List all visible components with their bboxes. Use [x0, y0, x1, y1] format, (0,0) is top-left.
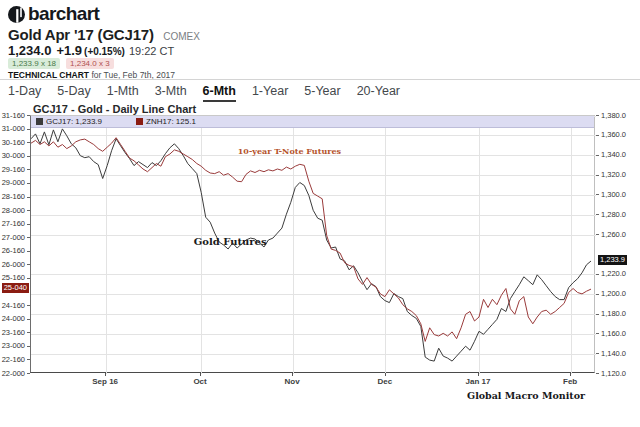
axis-tick	[596, 175, 599, 176]
date-axis-tick	[292, 373, 293, 376]
quote-time: 19:22 CT	[129, 45, 174, 57]
barchart-logo-text: barchart	[28, 3, 99, 25]
date-axis-tick	[478, 373, 479, 376]
axis-tick-label: 1,280.0	[601, 210, 626, 219]
axis-tick	[27, 251, 30, 252]
axis-tick-label: 1,220.0	[601, 269, 626, 278]
axis-tick-label: 28-000	[2, 206, 25, 215]
axis-tick-label: 24-000	[2, 314, 25, 323]
barchart-technical-chart-page: barchart Gold Apr '17 (GCJ17) COMEX 1,23…	[0, 0, 640, 427]
axis-tick-label: 1,360.0	[601, 130, 626, 139]
tab-20-year[interactable]: 20-Year	[357, 84, 400, 102]
axis-tick-label: 1,200.0	[601, 289, 626, 298]
axis-tick	[27, 359, 30, 360]
gold-annotation: Gold Futures	[194, 236, 267, 247]
axis-tick	[596, 214, 599, 215]
ask-badge: 1,234.0 x 3	[66, 58, 114, 69]
axis-tick-label: 25-160	[2, 273, 25, 282]
tab-1-mth[interactable]: 1-Mth	[107, 84, 139, 102]
axis-tick-label: 31-160	[2, 111, 25, 120]
date-axis-label: Oct	[165, 377, 235, 386]
axis-tick	[27, 346, 30, 347]
axis-tick-label: 1,260.0	[601, 230, 626, 239]
axis-tick	[596, 333, 599, 334]
date-axis-tick	[105, 373, 106, 376]
last-price: 1,234.0	[8, 43, 51, 58]
axis-tick-label: 1,160.0	[601, 329, 626, 338]
axis-tick	[596, 155, 599, 156]
axis-tick-label: 1,140.0	[601, 349, 626, 358]
axis-tick	[27, 169, 30, 170]
axis-tick	[596, 353, 599, 354]
axis-tick-label: 30-000	[2, 151, 25, 160]
tab-6-mth[interactable]: 6-Mth	[203, 84, 236, 102]
axis-tick-label: 27-160	[2, 219, 25, 228]
axis-tick-label: 30-160	[2, 138, 25, 147]
axis-tick-label: 1,180.0	[601, 309, 626, 318]
axis-tick-label: 27-000	[2, 233, 25, 242]
axis-tick	[27, 156, 30, 157]
tab-1-day[interactable]: 1-Day	[8, 84, 41, 102]
legend-item-gcj17: GCJ17: 1,233.9	[36, 117, 102, 126]
axis-tick	[596, 115, 599, 116]
axis-tick-label: 28-160	[2, 192, 25, 201]
axis-tick	[27, 319, 30, 320]
date-axis-label: Dec	[350, 377, 420, 386]
chart-legend: GCJ17: 1,233.9 ZNH17: 125.1	[31, 116, 594, 128]
axis-tick-label: 26-160	[2, 246, 25, 255]
axis-tick-label: 22-000	[2, 369, 25, 378]
axis-tick	[596, 135, 599, 136]
tab-5-year[interactable]: 5-Year	[304, 84, 340, 102]
axis-tick-label: 23-160	[2, 328, 25, 337]
tab-5-day[interactable]: 5-Day	[57, 84, 90, 102]
axis-tick	[27, 237, 30, 238]
chart-credit: Global Macro Monitor	[467, 390, 585, 401]
gcj17-swatch-icon	[36, 118, 43, 125]
axis-tick-label: 1,380.0	[601, 111, 626, 120]
tab-3-mth[interactable]: 3-Mth	[155, 84, 187, 102]
tab-1-year[interactable]: 1-Year	[252, 84, 288, 102]
date-axis-label: Feb	[535, 377, 605, 386]
axis-tick	[27, 224, 30, 225]
axis-tick	[27, 210, 30, 211]
right-price-axis: 1,380.01,360.01,340.01,320.01,300.01,280…	[596, 115, 640, 373]
axis-tick-label: 23-000	[2, 341, 25, 350]
axis-tick	[596, 294, 599, 295]
legend-label-gcj17: GCJ17: 1,233.9	[46, 117, 102, 126]
axis-tick	[27, 264, 30, 265]
exchange-label: COMEX	[163, 31, 200, 42]
axis-tick	[596, 274, 599, 275]
date-axis: Sep 16OctNovDecJan 17Feb	[30, 373, 595, 389]
axis-tick	[27, 115, 30, 116]
chart-title: GCJ17 - Gold - Daily Line Chart	[33, 103, 196, 115]
legend-item-znh17: ZNH17: 125.1	[136, 117, 196, 126]
axis-tick-label: 1,300.0	[601, 190, 626, 199]
barchart-logo-icon	[8, 6, 25, 23]
znh17-swatch-icon	[136, 118, 143, 125]
axis-tick	[27, 305, 30, 306]
timeframe-tabs: 1-Day 5-Day 1-Mth 3-Mth 6-Mth 1-Year 5-Y…	[8, 84, 400, 102]
axis-tick-label: 29-160	[2, 165, 25, 174]
axis-tick-label: 26-000	[2, 260, 25, 269]
date-axis-label: Sep 16	[70, 377, 140, 386]
axis-tick-label: 31-000	[2, 124, 25, 133]
axis-tick	[27, 183, 30, 184]
axis-tick	[596, 194, 599, 195]
axis-tick	[27, 197, 30, 198]
bid-badge: 1,233.9 x 18	[8, 58, 60, 69]
price-change-percent: (+0.15%)	[84, 46, 125, 57]
axis-tick	[27, 332, 30, 333]
chart-plot-area[interactable]: GCJ17: 1,233.9 ZNH17: 125.1 10-year T-No…	[30, 115, 595, 373]
axis-tick-label: 1,320.0	[601, 170, 626, 179]
barchart-logo[interactable]: barchart	[8, 3, 99, 25]
last-price-marker: 25-040	[2, 283, 29, 293]
last-price-marker: 1,233.9	[598, 255, 627, 265]
date-axis-label: Nov	[257, 377, 327, 386]
tnote-annotation: 10-year T-Note Futures	[238, 146, 341, 156]
date-axis-tick	[200, 373, 201, 376]
axis-tick-label: 22-160	[2, 355, 25, 364]
axis-tick	[27, 129, 30, 130]
symbol-title: Gold Apr '17 (GCJ17)	[8, 26, 154, 43]
axis-tick-label: 29-000	[2, 178, 25, 187]
axis-tick	[596, 234, 599, 235]
